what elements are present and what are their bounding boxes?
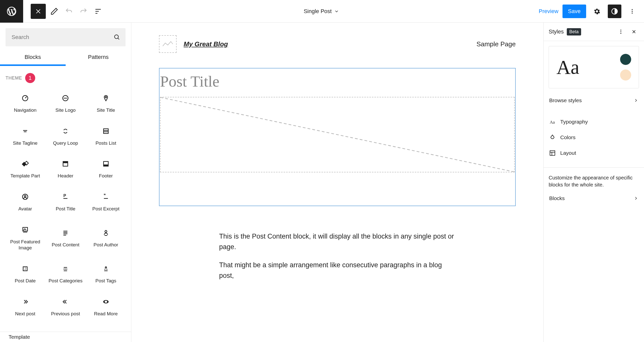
wordpress-logo-button[interactable] [0, 0, 23, 23]
list-view-icon [94, 7, 102, 15]
colors-icon [549, 134, 556, 141]
panel-more-button[interactable] [616, 27, 626, 37]
block-item-site-title[interactable]: Site Title [86, 87, 126, 118]
block-label: Template Part [11, 173, 40, 179]
blocks-styles-button[interactable]: Blocks [549, 191, 639, 206]
block-item-avatar[interactable]: Avatar [5, 185, 45, 217]
settings-button[interactable] [590, 5, 604, 18]
svg-text:❞: ❞ [103, 193, 106, 198]
content-paragraph[interactable]: This is the Post Content block, it will … [219, 231, 456, 252]
document-title-button[interactable]: Single Post [104, 8, 539, 15]
preview-button[interactable]: Preview [539, 8, 558, 15]
search-input[interactable] [6, 28, 126, 46]
block-label: Site Tagline [13, 140, 37, 146]
block-icon [61, 263, 69, 274]
colors-label: Colors [560, 134, 576, 140]
styles-button[interactable] [608, 5, 621, 18]
editor-topbar: Single Post Preview Save [0, 0, 644, 23]
browse-styles-button[interactable]: Browse styles [549, 93, 639, 108]
block-item-post-content[interactable]: Post Content [45, 218, 86, 256]
block-icon [21, 126, 29, 137]
block-label: Footer [99, 173, 113, 179]
block-item-post-tags[interactable]: Post Tags [86, 257, 126, 289]
block-item-site-tagline[interactable]: Site Tagline [5, 120, 45, 151]
block-item-read-more[interactable]: Read More [86, 290, 126, 322]
block-icon [21, 158, 29, 169]
featured-image-placeholder[interactable] [160, 97, 515, 172]
svg-rect-12 [103, 129, 108, 133]
block-item-template-part[interactable]: Template Part [5, 152, 45, 184]
site-logo-placeholder[interactable] [159, 35, 177, 53]
block-icon: 2 [21, 263, 29, 274]
svg-point-9 [105, 96, 106, 98]
block-icon [102, 158, 110, 169]
tab-blocks[interactable]: Blocks [0, 48, 66, 66]
typography-label: Typography [560, 119, 588, 125]
wordpress-icon [6, 6, 17, 17]
site-title[interactable]: My Great Blog [184, 40, 228, 48]
block-icon: P [61, 191, 69, 202]
more-options-button[interactable] [625, 5, 639, 18]
undo-button[interactable] [63, 5, 75, 17]
typography-button[interactable]: Aa Typography [549, 114, 639, 130]
editor-canvas[interactable]: My Great Blog Sample Page Post Title Thi… [131, 23, 543, 342]
list-view-button[interactable] [92, 5, 104, 17]
content-paragraph[interactable]: That might be a simple arrangement like … [219, 260, 456, 281]
block-label: Post Author [94, 242, 118, 248]
more-vertical-icon [629, 8, 635, 14]
layout-button[interactable]: Layout [549, 145, 639, 161]
layout-label: Layout [560, 150, 576, 156]
block-item-posts-list[interactable]: Posts List [86, 120, 126, 151]
style-preview-card[interactable]: Aa [549, 46, 639, 88]
svg-point-3 [632, 13, 633, 14]
tab-patterns[interactable]: Patterns [66, 48, 131, 66]
annotation-badge: 1 [25, 73, 35, 83]
svg-point-47 [620, 31, 621, 32]
tools-button[interactable] [48, 5, 60, 17]
block-item-site-logo[interactable]: Site Logo [45, 87, 86, 118]
block-item-post-author[interactable]: Post Author [86, 218, 126, 256]
post-block-selected[interactable]: Post Title [159, 68, 516, 206]
colors-button[interactable]: Colors [549, 130, 639, 145]
nav-link-sample-page[interactable]: Sample Page [476, 40, 516, 48]
svg-point-40 [66, 269, 67, 270]
block-item-post-excerpt[interactable]: ❞Post Excerpt [86, 185, 126, 217]
block-item-header[interactable]: Header [45, 152, 86, 184]
close-inserter-button[interactable] [31, 4, 46, 19]
redo-button[interactable] [77, 5, 90, 17]
block-item-query-loop[interactable]: Query Loop [45, 120, 86, 151]
block-icon [21, 224, 29, 235]
block-item-post-featured-image[interactable]: Post Featured Image [5, 218, 45, 256]
block-icon [102, 93, 110, 104]
svg-point-46 [620, 30, 621, 31]
svg-point-22 [24, 195, 26, 197]
post-content-block[interactable]: This is the Post Content block, it will … [159, 231, 516, 281]
block-label: Post Date [15, 278, 35, 284]
block-icon [21, 93, 29, 104]
status-bar: Template [0, 332, 131, 342]
block-label: Read More [94, 311, 118, 317]
block-item-footer[interactable]: Footer [86, 152, 126, 184]
block-item-post-title[interactable]: PPost Title [45, 185, 86, 217]
block-item-post-categories[interactable]: Post Categories [45, 257, 86, 289]
chevron-right-icon [633, 98, 638, 103]
block-icon [61, 296, 69, 307]
diagonal-placeholder-icon [160, 97, 514, 172]
block-icon [102, 126, 110, 137]
block-label: Avatar [18, 206, 32, 212]
panel-close-button[interactable] [629, 27, 639, 37]
save-button[interactable]: Save [562, 5, 586, 18]
block-item-navigation[interactable]: Navigation [5, 87, 45, 118]
block-label: Post Content [52, 242, 79, 248]
svg-line-6 [25, 97, 27, 98]
block-item-next-post[interactable]: Next post [5, 290, 45, 322]
svg-point-1 [632, 9, 633, 10]
pencil-icon [50, 7, 58, 15]
post-title-placeholder[interactable]: Post Title [160, 69, 515, 97]
block-label: Post Featured Image [7, 239, 44, 251]
block-item-post-date[interactable]: 2Post Date [5, 257, 45, 289]
block-inserter-panel: Blocks Patterns THEME 1 NavigationSite L… [0, 23, 131, 342]
redo-icon [79, 7, 88, 15]
block-label: Post Excerpt [92, 206, 119, 212]
block-item-previous-post[interactable]: Previous post [45, 290, 86, 322]
